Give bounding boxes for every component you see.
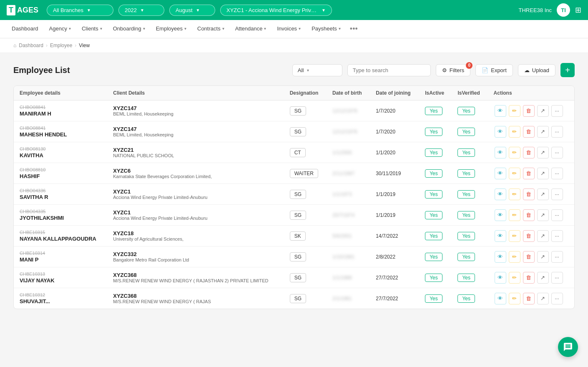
edit-btn-4[interactable]: ✏ [509, 189, 520, 200]
delete-btn-8[interactable]: 🗑 [523, 272, 535, 284]
cell-isverified-5: Yes [452, 205, 487, 226]
delete-btn-0[interactable]: 🗑 [523, 105, 535, 117]
link-btn-3[interactable]: ↗ [537, 168, 549, 179]
emp-id-5: CHBO04335 [20, 209, 101, 214]
edit-btn-1[interactable]: ✏ [509, 126, 520, 138]
upload-button[interactable]: ☁ Upload [518, 64, 555, 76]
menu-icon[interactable]: ⊞ [575, 5, 581, 15]
designation-badge-9: SG [290, 294, 306, 303]
page-title: Employee List [13, 65, 287, 75]
more-btn-8[interactable]: ··· [551, 272, 563, 284]
cell-employee-4: CHBO04336 SAVITHA R [14, 184, 107, 205]
nav-clients[interactable]: Clients ▾ [77, 20, 107, 38]
filters-button[interactable]: ⚙ Filters 0 [436, 64, 470, 76]
link-btn-4[interactable]: ↗ [537, 189, 549, 200]
edit-btn-2[interactable]: ✏ [509, 147, 520, 158]
designation-badge-6: SK [290, 231, 306, 241]
nav-onboarding[interactable]: Onboarding ▾ [108, 20, 150, 38]
view-btn-2[interactable]: 👁 [495, 147, 506, 158]
link-btn-7[interactable]: ↗ [537, 251, 549, 263]
more-btn-2[interactable]: ··· [551, 147, 563, 158]
delete-btn-6[interactable]: 🗑 [523, 230, 535, 242]
isverified-badge-8: Yes [457, 274, 475, 282]
link-btn-1[interactable]: ↗ [537, 126, 549, 138]
company-dropdown[interactable]: XYZC1 - Acciona Wind Energy Private . ▼ [220, 5, 332, 16]
nav-more[interactable]: ••• [347, 25, 361, 33]
edit-btn-7[interactable]: ✏ [509, 251, 520, 263]
more-btn-4[interactable]: ··· [551, 189, 563, 200]
link-btn-6[interactable]: ↗ [537, 230, 549, 242]
delete-btn-7[interactable]: 🗑 [523, 251, 535, 263]
more-btn-6[interactable]: ··· [551, 230, 563, 242]
more-btn-0[interactable]: ··· [551, 105, 563, 117]
table-header-row: Employee details Client Details Designat… [14, 86, 574, 101]
nav-paysheets[interactable]: Paysheets ▾ [307, 20, 346, 38]
view-btn-9[interactable]: 👁 [495, 293, 506, 304]
edit-btn-5[interactable]: ✏ [509, 209, 520, 221]
delete-btn-4[interactable]: 🗑 [523, 189, 535, 200]
cell-dob-6: 5/6/2001 [327, 226, 370, 246]
view-btn-0[interactable]: 👁 [495, 105, 506, 117]
link-btn-0[interactable]: ↗ [537, 105, 549, 117]
designation-badge-1: SG [290, 127, 306, 136]
actions-cell-4: 👁 ✏ 🗑 ↗ ··· [494, 189, 568, 200]
link-btn-9[interactable]: ↗ [537, 293, 549, 304]
delete-btn-5[interactable]: 🗑 [523, 209, 535, 221]
cell-employee-6: CHBE10315 NAYANA KALLAPPAGOUDRA [14, 226, 107, 246]
branches-dropdown[interactable]: All Branches ▼ [47, 5, 113, 16]
view-btn-6[interactable]: 👁 [495, 230, 506, 242]
year-dropdown[interactable]: 2022 ▼ [118, 5, 164, 16]
link-btn-2[interactable]: ↗ [537, 147, 549, 158]
nav-contracts[interactable]: Contracts ▾ [192, 20, 229, 38]
breadcrumb-employee[interactable]: Employee [50, 43, 72, 48]
isactive-badge-9: Yes [425, 294, 442, 303]
clients-arrow: ▾ [100, 26, 102, 31]
cell-actions-2: 👁 ✏ 🗑 ↗ ··· [488, 142, 574, 163]
add-button[interactable]: + [560, 63, 575, 77]
edit-btn-3[interactable]: ✏ [509, 168, 520, 179]
all-filter-label: All [298, 67, 304, 73]
cell-isactive-4: Yes [419, 184, 452, 205]
company-code-label: XYZC1 - Acciona Wind Energy Private . [226, 7, 318, 13]
view-btn-1[interactable]: 👁 [495, 126, 506, 138]
nav-invoices[interactable]: Invoices ▾ [272, 20, 306, 38]
view-btn-4[interactable]: 👁 [495, 189, 506, 200]
delete-btn-2[interactable]: 🗑 [523, 147, 535, 158]
edit-btn-0[interactable]: ✏ [509, 105, 520, 117]
more-btn-1[interactable]: ··· [551, 126, 563, 138]
cell-doj-7: 2/8/2022 [370, 246, 419, 267]
view-btn-8[interactable]: 👁 [495, 272, 506, 284]
view-btn-5[interactable]: 👁 [495, 209, 506, 221]
table-row: CHBO08841 MAHESH HENDEL XYZC147 BEML Lim… [14, 121, 574, 142]
all-filter-dropdown[interactable]: All ▾ [292, 64, 342, 76]
breadcrumb-dashboard[interactable]: Dashboard [19, 43, 43, 48]
link-btn-5[interactable]: ↗ [537, 209, 549, 221]
nav-employees[interactable]: Employees ▾ [151, 20, 191, 38]
cell-dob-8: 1/1/1988 [327, 267, 370, 288]
nav-attendance[interactable]: Attendance ▾ [230, 20, 271, 38]
client-detail-3: Karnataka State Beverages Corporation Li… [113, 174, 278, 179]
delete-btn-1[interactable]: 🗑 [523, 126, 535, 138]
nav-agency[interactable]: Agency ▾ [44, 20, 76, 38]
delete-btn-9[interactable]: 🗑 [523, 293, 535, 304]
month-dropdown[interactable]: August ▼ [169, 5, 215, 16]
edit-btn-8[interactable]: ✏ [509, 272, 520, 284]
emp-name-2: KAVITHA [20, 152, 43, 158]
search-input[interactable] [347, 64, 431, 76]
actions-cell-6: 👁 ✏ 🗑 ↗ ··· [494, 230, 568, 242]
delete-btn-3[interactable]: 🗑 [523, 168, 535, 179]
link-btn-8[interactable]: ↗ [537, 272, 549, 284]
avatar[interactable]: TI [557, 3, 570, 17]
more-btn-3[interactable]: ··· [551, 168, 563, 179]
export-button[interactable]: 📄 Export [475, 64, 513, 76]
client-detail-0: BEML Limited, Housekeeping [113, 111, 278, 116]
nav-dashboard[interactable]: Dashboard [7, 20, 43, 38]
more-btn-9[interactable]: ··· [551, 293, 563, 304]
edit-btn-9[interactable]: ✏ [509, 293, 520, 304]
more-btn-5[interactable]: ··· [551, 209, 563, 221]
more-btn-7[interactable]: ··· [551, 251, 563, 263]
edit-btn-6[interactable]: ✏ [509, 230, 520, 242]
view-btn-3[interactable]: 👁 [495, 168, 506, 179]
isactive-badge-1: Yes [425, 128, 442, 136]
view-btn-7[interactable]: 👁 [495, 251, 506, 263]
